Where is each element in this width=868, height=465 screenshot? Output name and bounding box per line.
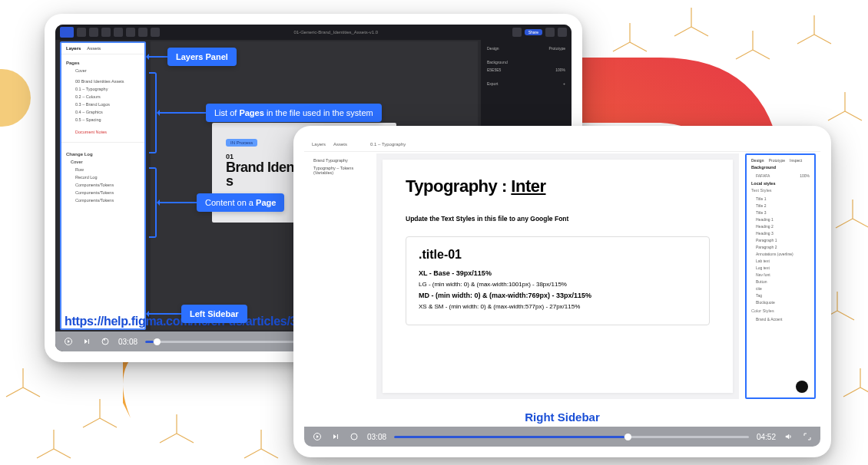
figma-toolbar: 01-Generic-Brand_Identities_Assets-v1.0 … xyxy=(55,25,571,40)
doc-title: Typography : Inter xyxy=(406,176,710,196)
figma-menu-button[interactable] xyxy=(60,27,74,38)
style-line: LG - (min width: 0) & (max-width:1001px)… xyxy=(419,281,697,288)
status-chip: IN Process xyxy=(226,139,257,147)
t2-canvas[interactable]: Typography : Inter Update the Text Style… xyxy=(376,153,739,399)
video-player-bar-2: 03:08 04:52 xyxy=(304,427,820,447)
style-row[interactable]: Heading 3 xyxy=(751,229,810,236)
right-sidebar-label: Right Sidebar xyxy=(304,411,820,424)
style-row[interactable]: Paragraph 2 xyxy=(751,243,810,250)
design-tab[interactable]: Design xyxy=(487,46,499,51)
help-fab[interactable] xyxy=(796,381,808,393)
page-item[interactable]: 0.4 – Graphics xyxy=(66,108,140,116)
design-tab[interactable]: Design xyxy=(751,158,764,163)
layer-item[interactable]: Brand Typography xyxy=(310,157,370,164)
layer-item[interactable]: Record Log xyxy=(66,173,140,181)
style-row[interactable]: Log text xyxy=(751,264,810,271)
tool-shape[interactable] xyxy=(101,28,111,37)
player-time: 03:08 xyxy=(118,338,137,346)
play-icon[interactable] xyxy=(63,336,74,347)
style-row[interactable]: Blockquote xyxy=(751,298,810,305)
share-button[interactable]: Share xyxy=(525,29,542,35)
callout-layers: Layers Panel xyxy=(167,48,237,66)
bg-hex[interactable]: E5E5E5 xyxy=(487,68,501,72)
page-item[interactable]: 00 Brand Identities Assets xyxy=(66,78,140,85)
bg-pct: 100% xyxy=(555,68,565,72)
t2-doc-frame[interactable]: Typography : Inter Update the Text Style… xyxy=(383,160,733,393)
avatar[interactable] xyxy=(512,28,522,37)
layers-tab[interactable]: Layers xyxy=(66,46,81,51)
page-item[interactable]: 0.1 – Typography xyxy=(66,85,140,93)
layer-item[interactable]: Typography – Tokens (Variables) xyxy=(310,164,370,176)
layer-item[interactable]: Components/Tokens xyxy=(66,196,140,204)
callout-arrow xyxy=(147,56,167,58)
bg-pct: 100% xyxy=(800,173,810,178)
style-row[interactable]: Nav font xyxy=(751,271,810,278)
tablet-right: Layers Assets 0.1 – Typography Brand Typ… xyxy=(293,126,831,457)
style-row[interactable]: Annotations (overline) xyxy=(751,250,810,257)
svg-point-3 xyxy=(351,434,357,440)
filename: 01-Generic-Brand_Identities_Assets-v1.0 xyxy=(293,30,378,35)
tool-comment[interactable] xyxy=(151,28,160,37)
breadcrumb[interactable]: 0.1 – Typography xyxy=(370,142,406,147)
layer-item[interactable]: Row xyxy=(66,166,140,173)
t2-toolbar: Layers Assets 0.1 – Typography xyxy=(304,137,820,152)
tool-move[interactable] xyxy=(77,28,86,37)
style-row[interactable]: Title 3 xyxy=(751,209,810,216)
play-button[interactable] xyxy=(545,28,555,37)
style-line: XL - Base - 39px/115% xyxy=(419,269,697,277)
tool-pen[interactable] xyxy=(114,28,123,37)
play-icon[interactable] xyxy=(312,431,323,442)
zoom-dropdown[interactable] xyxy=(558,28,567,37)
callout-left-sidebar: Left Sidebar xyxy=(181,305,247,323)
right-sidebar-panel: Design Prototype Inspect Background FAFA… xyxy=(745,153,816,399)
skip-icon[interactable] xyxy=(330,431,341,442)
page-doc-notes[interactable]: Document Notes xyxy=(66,128,140,136)
tool-hand[interactable] xyxy=(138,28,147,37)
style-row[interactable]: Title 2 xyxy=(751,202,810,209)
bg-label: Background xyxy=(751,165,810,170)
layer-item[interactable]: Components/Tokens xyxy=(66,181,140,189)
volume-icon[interactable] xyxy=(784,431,794,442)
player-track[interactable] xyxy=(394,436,749,438)
skip-icon[interactable] xyxy=(81,336,92,347)
style-row[interactable]: Tag xyxy=(751,292,810,298)
layer-cover[interactable]: Cover xyxy=(66,158,140,166)
callout-arrow xyxy=(158,112,206,114)
callout-pages: List of Pages in the file used in the sy… xyxy=(206,104,382,122)
page-cover[interactable]: Cover xyxy=(66,67,140,74)
svg-point-1 xyxy=(102,338,108,345)
assets-tab[interactable]: Assets xyxy=(87,46,101,51)
prototype-tab[interactable]: Prototype xyxy=(549,46,565,51)
page-item[interactable]: 0.5 – Spacing xyxy=(66,116,140,124)
tool-text[interactable] xyxy=(126,28,135,37)
assets-tab[interactable]: Assets xyxy=(333,142,347,147)
style-row[interactable]: Lab text xyxy=(751,257,810,264)
style-row[interactable]: Title 1 xyxy=(751,195,810,202)
player-duration: 04:52 xyxy=(757,433,776,441)
rewind-icon[interactable] xyxy=(100,336,111,347)
rewind-icon[interactable] xyxy=(349,431,359,442)
style-row[interactable]: Brand & Accent xyxy=(751,315,810,322)
local-styles-label: Local styles xyxy=(751,181,810,186)
export-label[interactable]: Export xyxy=(487,81,498,86)
style-row[interactable]: Heading 1 xyxy=(751,216,810,223)
bg-label: Background xyxy=(487,60,508,64)
style-row[interactable]: cite xyxy=(751,285,810,292)
tool-frame[interactable] xyxy=(89,28,98,37)
style-row[interactable]: Button xyxy=(751,278,810,285)
inspect-tab[interactable]: Inspect xyxy=(790,158,802,163)
layers-tab[interactable]: Layers xyxy=(312,142,326,147)
layer-item[interactable]: Components/Tokens xyxy=(66,189,140,196)
style-row[interactable]: Paragraph 1 xyxy=(751,236,810,243)
callout-arrow xyxy=(147,313,181,315)
text-styles-label: Text Styles xyxy=(751,188,810,193)
fullscreen-icon[interactable] xyxy=(802,431,813,442)
page-item[interactable]: 0.3 – Brand Logos xyxy=(66,101,140,108)
doc-subtitle: Update the Text Styles in this file to a… xyxy=(406,215,710,223)
style-box: .title-01 XL - Base - 39px/115% LG - (mi… xyxy=(406,236,710,325)
page-item[interactable]: 0.2 – Colours xyxy=(66,93,140,101)
style-row[interactable]: Heading 2 xyxy=(751,223,810,229)
bg-val[interactable]: FAFAFA xyxy=(756,173,770,178)
style-name: .title-01 xyxy=(419,248,697,262)
prototype-tab[interactable]: Prototype xyxy=(769,158,785,163)
